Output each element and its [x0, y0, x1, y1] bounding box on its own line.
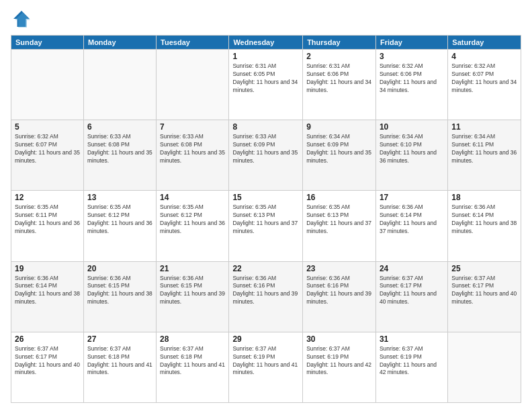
- calendar-cell: 24Sunrise: 6:37 AMSunset: 6:17 PMDayligh…: [375, 261, 447, 332]
- day-number: 6: [87, 122, 152, 132]
- day-info: Sunrise: 6:37 AMSunset: 6:19 PMDaylight:…: [306, 345, 372, 377]
- day-number: 29: [232, 334, 299, 344]
- day-info: Sunrise: 6:33 AMSunset: 6:08 PMDaylight:…: [160, 133, 225, 165]
- day-number: 23: [306, 264, 372, 273]
- calendar-week-2: 5Sunrise: 6:32 AMSunset: 6:07 PMDaylight…: [11, 120, 521, 191]
- day-number: 22: [232, 264, 299, 273]
- calendar-cell: 15Sunrise: 6:35 AMSunset: 6:13 PMDayligh…: [229, 191, 303, 261]
- day-number: 8: [232, 122, 299, 132]
- calendar-cell: 10Sunrise: 6:34 AMSunset: 6:10 PMDayligh…: [375, 120, 447, 191]
- day-info: Sunrise: 6:36 AMSunset: 6:15 PMDaylight:…: [160, 275, 225, 307]
- day-info: Sunrise: 6:33 AMSunset: 6:09 PMDaylight:…: [232, 133, 299, 165]
- day-number: 18: [451, 193, 517, 202]
- day-number: 27: [87, 334, 152, 344]
- day-number: 15: [232, 193, 299, 202]
- day-number: 20: [87, 264, 152, 273]
- day-info: Sunrise: 6:36 AMSunset: 6:15 PMDaylight:…: [87, 275, 152, 307]
- day-info: Sunrise: 6:35 AMSunset: 6:12 PMDaylight:…: [87, 203, 152, 236]
- day-number: 25: [451, 264, 517, 273]
- day-info: Sunrise: 6:36 AMSunset: 6:14 PMDaylight:…: [380, 203, 444, 236]
- calendar-cell: 29Sunrise: 6:37 AMSunset: 6:19 PMDayligh…: [229, 332, 303, 402]
- day-info: Sunrise: 6:32 AMSunset: 6:07 PMDaylight:…: [15, 133, 80, 165]
- page: SundayMondayTuesdayWednesdayThursdayFrid…: [0, 0, 532, 411]
- day-number: 5: [15, 122, 80, 132]
- calendar-table: SundayMondayTuesdayWednesdayThursdayFrid…: [11, 35, 521, 403]
- day-info: Sunrise: 6:35 AMSunset: 6:13 PMDaylight:…: [306, 203, 372, 236]
- calendar-cell: 25Sunrise: 6:37 AMSunset: 6:17 PMDayligh…: [448, 261, 521, 332]
- day-number: 28: [160, 334, 225, 344]
- weekday-header-wednesday: Wednesday: [229, 36, 303, 50]
- day-info: Sunrise: 6:36 AMSunset: 6:14 PMDaylight:…: [15, 275, 80, 307]
- day-number: 17: [380, 193, 444, 202]
- logo-icon: [11, 8, 32, 30]
- weekday-header-friday: Friday: [375, 36, 447, 50]
- calendar-cell: 11Sunrise: 6:34 AMSunset: 6:11 PMDayligh…: [448, 120, 521, 191]
- calendar-cell: 26Sunrise: 6:37 AMSunset: 6:17 PMDayligh…: [11, 332, 84, 402]
- day-info: Sunrise: 6:37 AMSunset: 6:17 PMDaylight:…: [15, 345, 80, 377]
- weekday-header-row: SundayMondayTuesdayWednesdayThursdayFrid…: [11, 36, 521, 50]
- day-number: 10: [380, 122, 444, 132]
- day-info: Sunrise: 6:34 AMSunset: 6:10 PMDaylight:…: [380, 133, 444, 165]
- day-info: Sunrise: 6:37 AMSunset: 6:19 PMDaylight:…: [380, 345, 444, 377]
- calendar-cell: 4Sunrise: 6:32 AMSunset: 6:07 PMDaylight…: [448, 50, 521, 120]
- weekday-header-tuesday: Tuesday: [157, 36, 229, 50]
- logo: [11, 8, 35, 30]
- day-info: Sunrise: 6:32 AMSunset: 6:06 PMDaylight:…: [380, 62, 444, 95]
- day-info: Sunrise: 6:37 AMSunset: 6:18 PMDaylight:…: [160, 345, 225, 377]
- calendar-week-5: 26Sunrise: 6:37 AMSunset: 6:17 PMDayligh…: [11, 332, 521, 402]
- day-info: Sunrise: 6:35 AMSunset: 6:11 PMDaylight:…: [15, 203, 80, 236]
- calendar-week-4: 19Sunrise: 6:36 AMSunset: 6:14 PMDayligh…: [11, 261, 521, 332]
- day-info: Sunrise: 6:31 AMSunset: 6:05 PMDaylight:…: [232, 62, 299, 95]
- day-info: Sunrise: 6:32 AMSunset: 6:07 PMDaylight:…: [451, 62, 517, 95]
- calendar-cell: 22Sunrise: 6:36 AMSunset: 6:16 PMDayligh…: [229, 261, 303, 332]
- day-info: Sunrise: 6:37 AMSunset: 6:17 PMDaylight:…: [380, 275, 444, 307]
- day-number: 12: [15, 193, 80, 202]
- day-info: Sunrise: 6:37 AMSunset: 6:17 PMDaylight:…: [451, 275, 517, 307]
- day-number: 16: [306, 193, 372, 202]
- day-info: Sunrise: 6:37 AMSunset: 6:19 PMDaylight:…: [232, 345, 299, 377]
- calendar-cell: 5Sunrise: 6:32 AMSunset: 6:07 PMDaylight…: [11, 120, 84, 191]
- day-number: 11: [451, 122, 517, 132]
- day-number: 24: [380, 264, 444, 273]
- calendar-cell: 16Sunrise: 6:35 AMSunset: 6:13 PMDayligh…: [303, 191, 376, 261]
- calendar-cell: 1Sunrise: 6:31 AMSunset: 6:05 PMDaylight…: [229, 50, 303, 120]
- calendar-cell: 3Sunrise: 6:32 AMSunset: 6:06 PMDaylight…: [375, 50, 447, 120]
- calendar-cell: 9Sunrise: 6:34 AMSunset: 6:09 PMDaylight…: [303, 120, 376, 191]
- day-number: 4: [451, 52, 517, 61]
- weekday-header-monday: Monday: [83, 36, 156, 50]
- weekday-header-thursday: Thursday: [303, 36, 376, 50]
- calendar-cell: 30Sunrise: 6:37 AMSunset: 6:19 PMDayligh…: [303, 332, 376, 402]
- calendar-cell: 6Sunrise: 6:33 AMSunset: 6:08 PMDaylight…: [83, 120, 156, 191]
- calendar-cell: 14Sunrise: 6:35 AMSunset: 6:12 PMDayligh…: [157, 191, 229, 261]
- day-number: 2: [306, 52, 372, 61]
- day-info: Sunrise: 6:36 AMSunset: 6:16 PMDaylight:…: [232, 275, 299, 307]
- calendar-cell: [11, 50, 84, 120]
- day-number: 30: [306, 334, 372, 344]
- calendar-week-1: 1Sunrise: 6:31 AMSunset: 6:05 PMDaylight…: [11, 50, 521, 120]
- calendar-cell: [448, 332, 521, 402]
- day-info: Sunrise: 6:31 AMSunset: 6:06 PMDaylight:…: [306, 62, 372, 95]
- header: [11, 8, 521, 30]
- calendar-cell: 13Sunrise: 6:35 AMSunset: 6:12 PMDayligh…: [83, 191, 156, 261]
- day-info: Sunrise: 6:36 AMSunset: 6:14 PMDaylight:…: [451, 203, 517, 236]
- day-info: Sunrise: 6:34 AMSunset: 6:09 PMDaylight:…: [306, 133, 372, 165]
- calendar-cell: 23Sunrise: 6:36 AMSunset: 6:16 PMDayligh…: [303, 261, 376, 332]
- weekday-header-sunday: Sunday: [11, 36, 84, 50]
- calendar-cell: 21Sunrise: 6:36 AMSunset: 6:15 PMDayligh…: [157, 261, 229, 332]
- day-number: 3: [380, 52, 444, 61]
- calendar-cell: 20Sunrise: 6:36 AMSunset: 6:15 PMDayligh…: [83, 261, 156, 332]
- calendar-cell: 7Sunrise: 6:33 AMSunset: 6:08 PMDaylight…: [157, 120, 229, 191]
- day-info: Sunrise: 6:35 AMSunset: 6:13 PMDaylight:…: [232, 203, 299, 236]
- day-number: 21: [160, 264, 225, 273]
- calendar-cell: 17Sunrise: 6:36 AMSunset: 6:14 PMDayligh…: [375, 191, 447, 261]
- calendar-cell: 12Sunrise: 6:35 AMSunset: 6:11 PMDayligh…: [11, 191, 84, 261]
- calendar-cell: [83, 50, 156, 120]
- calendar-cell: 28Sunrise: 6:37 AMSunset: 6:18 PMDayligh…: [157, 332, 229, 402]
- calendar-cell: 19Sunrise: 6:36 AMSunset: 6:14 PMDayligh…: [11, 261, 84, 332]
- day-info: Sunrise: 6:35 AMSunset: 6:12 PMDaylight:…: [160, 203, 225, 236]
- day-info: Sunrise: 6:37 AMSunset: 6:18 PMDaylight:…: [87, 345, 152, 377]
- calendar-cell: 27Sunrise: 6:37 AMSunset: 6:18 PMDayligh…: [83, 332, 156, 402]
- day-info: Sunrise: 6:36 AMSunset: 6:16 PMDaylight:…: [306, 275, 372, 307]
- calendar-cell: 31Sunrise: 6:37 AMSunset: 6:19 PMDayligh…: [375, 332, 447, 402]
- calendar-week-3: 12Sunrise: 6:35 AMSunset: 6:11 PMDayligh…: [11, 191, 521, 261]
